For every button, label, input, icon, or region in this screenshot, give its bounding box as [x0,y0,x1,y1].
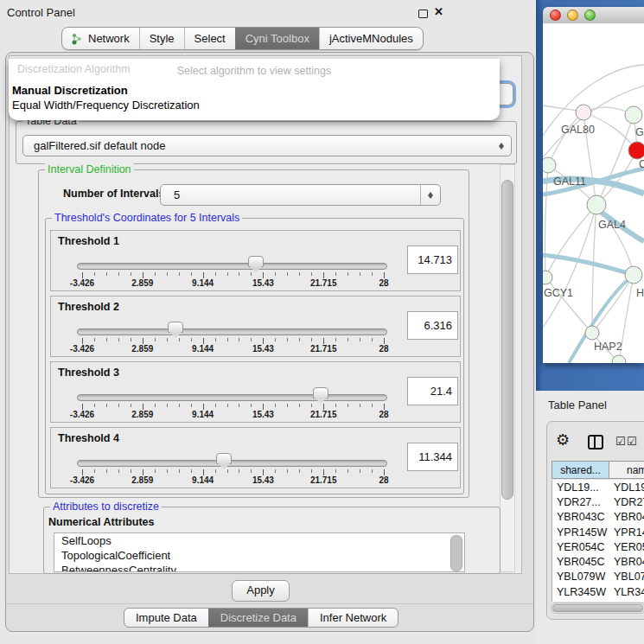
numerical-attributes-list[interactable]: SelfLoopsTopologicalCoefficientBetweenne… [54,532,465,572]
slider-thumb[interactable] [248,256,264,267]
number-of-intervals-spinner[interactable]: 5 [160,184,441,206]
minimize-button[interactable] [567,10,578,21]
close-button[interactable] [550,10,561,21]
cell-shared-name: YPR145W [552,526,610,539]
tick-mark [299,469,300,473]
tab-cyni-toolbox[interactable]: Cyni Toolbox [235,28,319,49]
tick-label: 28 [379,278,388,288]
tick-label: 15.43 [252,344,274,354]
tick-mark [239,404,239,407]
cell-shared-name: YER054C [552,541,610,553]
tab-network[interactable]: Network [62,28,139,49]
tab-label: Cyni Toolbox [245,32,309,45]
tick-mark [131,469,131,473]
list-item[interactable]: TopologicalCoefficient [54,548,464,563]
tab-select[interactable]: Select [184,28,235,49]
tick-mark [131,404,131,407]
tab-discretize-data[interactable]: Discretize Data [208,609,308,627]
column-header-shared-name[interactable]: shared... [552,461,609,479]
network-node-hap2[interactable] [585,326,599,340]
tab-infer-network[interactable]: Infer Network [308,609,398,627]
tick-mark [203,469,204,475]
float-window-icon[interactable] [418,10,428,18]
threshold-value-field[interactable]: 14.713 [407,245,458,274]
split-column-icon[interactable] [588,435,603,450]
network-node-c[interactable] [628,142,644,159]
tick-mark [360,469,360,473]
tick-mark [348,338,348,341]
horizontal-scrollbar-track[interactable] [551,603,644,614]
network-node-ga[interactable] [625,106,642,124]
numerical-attributes-label: Numerical Attributes [48,516,154,528]
tab-impute-data[interactable]: Impute Data [124,609,208,627]
network-node-gal11[interactable] [543,157,556,173]
table-row[interactable]: YER054CYER054C [552,539,644,554]
list-item[interactable]: BetweennessCentrality [54,563,464,572]
list-scrollbar-thumb[interactable] [450,535,462,571]
tick-label: 2.859 [131,278,153,288]
threshold-slider[interactable]: -3.4262.8599.14415.4321.71528 [51,428,460,488]
table-row[interactable]: YLR345WYLR345W [552,584,644,599]
tick-mark [191,272,192,276]
list-item[interactable]: SelfLoops [54,533,464,548]
gear-icon[interactable]: ⚙ [556,432,570,448]
tick-mark [227,404,228,407]
zoom-button[interactable] [584,10,596,21]
network-node-gal4[interactable] [587,195,606,214]
slider-thumb[interactable] [313,387,328,399]
tick-mark [299,272,300,276]
horizontal-scrollbar-thumb[interactable] [552,604,643,612]
table-header-row: shared... name [552,461,644,479]
table-row[interactable]: YIL052CYIL052C [552,599,644,602]
tick-mark [94,338,95,341]
tick-mark [275,338,276,341]
threshold-slider[interactable]: -3.4262.8599.14415.4321.71528 [51,296,460,356]
threshold-value-field[interactable]: 6.316 [407,311,458,340]
network-node[interactable] [612,355,626,363]
slider-thumb[interactable] [168,322,183,333]
panel-title: Control Panel [7,6,75,19]
network-node-gal80[interactable] [576,105,591,120]
table-row[interactable]: YPR145WYPR145W [552,525,644,539]
tick-mark [384,272,385,278]
close-icon[interactable]: ✕ [434,5,443,18]
tick-mark [323,338,324,344]
tick-mark [311,404,312,407]
table-data-combobox[interactable]: galFiltered.sif default node [22,135,512,156]
tick-mark [118,404,119,407]
threshold-slider[interactable]: -3.4262.8599.14415.4321.71528 [51,231,460,290]
table-row[interactable]: YBR043CYBR043C [552,510,644,525]
network-canvas[interactable]: GAL80GACGAL11GAL4GCY1HHAP2 [543,23,644,363]
table-row[interactable]: YBR045CYBR045C [552,554,644,569]
threshold-value-field[interactable]: 11.344 [407,443,458,471]
cell-name: YBR045C [610,556,644,568]
cell-shared-name: YBL079W [552,571,610,583]
slider-scale: -3.4262.8599.14415.4321.71528 [82,231,384,290]
tab-jactivemnodules[interactable]: jActiveMNodules [319,28,423,49]
combo-arrows-icon [492,136,511,156]
checkbox-icon[interactable]: ☑ [627,435,637,448]
tick-mark [263,404,264,410]
threshold-value-field[interactable]: 21.4 [407,377,458,405]
menu-item-manual-discretization[interactable]: Manual Discretization [12,84,128,97]
column-header-name[interactable]: name [609,461,644,479]
tick-label: 28 [379,344,388,354]
checkbox-icon[interactable]: ☑ [615,435,626,448]
table-row[interactable]: YBL079WYBL079W [552,570,644,584]
table-row[interactable]: YDL19...YDL19 [552,480,644,494]
cell-shared-name: YDL19... [552,481,610,494]
network-node-h[interactable] [625,266,642,284]
tick-mark [275,404,276,407]
cell-name: YDL19 [610,481,644,494]
network-node-gcy1[interactable] [543,271,552,284]
table-row[interactable]: YDR27...YDR27 [552,494,644,509]
threshold-slider[interactable]: -3.4262.8599.14415.4321.71528 [51,362,460,422]
cell-shared-name: YLR345W [552,586,610,598]
network-window-titlebar[interactable] [543,7,644,23]
slider-thumb[interactable] [216,453,232,464]
apply-button[interactable]: Apply [232,580,290,602]
tick-mark [348,272,348,276]
vertical-scrollbar-thumb[interactable] [501,180,513,500]
menu-item-equal-width-frequency[interactable]: Equal Width/Frequency Discretization [12,99,200,112]
tab-style[interactable]: Style [139,28,184,49]
